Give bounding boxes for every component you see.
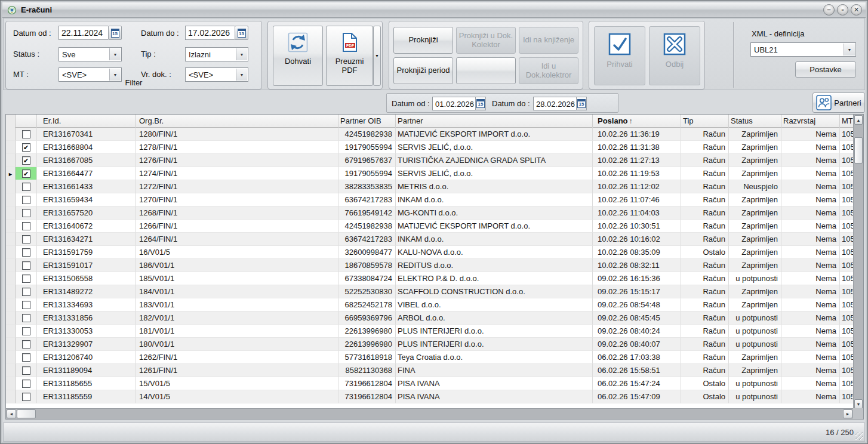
horizontal-scrollbar[interactable]: ◄ ► xyxy=(6,408,853,419)
header-razvrstaj[interactable]: Razvrstaj xyxy=(781,115,840,128)
dropdown-arrow-icon[interactable]: ▼ xyxy=(844,44,855,56)
row-checkbox[interactable]: ✔ xyxy=(22,169,30,178)
row-checkbox[interactable] xyxy=(22,130,30,138)
table-row[interactable]: ER1316575201268/FIN/176619549142MG-KONTI… xyxy=(6,206,853,220)
table-row[interactable]: ER13159175916/V01/532600998477KALU-NOVA … xyxy=(6,246,853,259)
datum-od-value[interactable]: 22.11.2024 xyxy=(59,26,108,40)
period-datum-do-field[interactable]: 28.02.2026 15 xyxy=(533,97,587,110)
xml-definicija-combo[interactable]: UBL21 ▼ xyxy=(750,42,856,57)
table-row[interactable]: ER1316342711264/FIN/163674217283INKAM d.… xyxy=(6,233,853,246)
status-combo[interactable]: Sve ▼ xyxy=(59,47,122,61)
header-checkbox[interactable] xyxy=(16,115,37,128)
horizontal-scrollbar-thumb[interactable] xyxy=(17,409,36,418)
datum-do-value[interactable]: 17.02.2026 xyxy=(185,26,235,40)
maximize-button[interactable]: ▫ xyxy=(837,4,848,16)
header-partner-oib[interactable]: Partner OIB xyxy=(338,115,396,128)
table-row[interactable]: ER1316594341270/FIN/163674217283INKAM d.… xyxy=(6,193,853,206)
scroll-up-icon[interactable]: ▲ xyxy=(854,115,863,125)
row-checkbox[interactable] xyxy=(22,288,30,296)
header-tip[interactable]: Tip xyxy=(681,115,729,128)
row-checkbox[interactable] xyxy=(22,380,30,388)
table-row[interactable]: ER1316406721266/FIN/142451982938MATIJEVI… xyxy=(6,220,853,233)
table-row[interactable]: ER1316703411280/FIN/142451982938MATIJEVI… xyxy=(6,128,853,141)
table-row[interactable]: ER131330053181/V01/122613996980PLUS INTE… xyxy=(6,325,853,338)
row-checkbox[interactable] xyxy=(22,340,30,349)
table-row[interactable]: ER131591017186/V01/118670859578REDITUS d… xyxy=(6,259,853,272)
scroll-right-icon[interactable]: ► xyxy=(843,409,852,418)
cell-tip: Račun xyxy=(681,259,729,272)
period-datum-do-value[interactable]: 28.02.2026 xyxy=(533,97,576,110)
row-checkbox[interactable] xyxy=(22,248,30,257)
table-row[interactable]: ER1311890941261/FIN/185821130368FINA06.0… xyxy=(6,364,853,377)
datum-od-field[interactable]: 22.11.2024 15 xyxy=(59,26,122,40)
datum-do-field[interactable]: 17.02.2026 15 xyxy=(185,26,248,40)
row-checkbox[interactable] xyxy=(22,314,30,322)
row-checkbox[interactable] xyxy=(22,301,30,309)
scrollbar-corner xyxy=(853,408,863,419)
period-panel: Datum od : 01.02.2026 15 Datum do : 28.0… xyxy=(386,93,618,113)
scroll-left-icon[interactable]: ◄ xyxy=(7,409,16,418)
row-checkbox[interactable] xyxy=(22,209,30,217)
dropdown-arrow-icon[interactable]: ▼ xyxy=(236,48,247,60)
period-datum-od-field[interactable]: 01.02.2026 15 xyxy=(432,97,486,110)
period-datum-od-calendar-button[interactable]: 15 xyxy=(475,97,486,110)
datum-do-calendar-button[interactable]: 15 xyxy=(235,26,248,40)
dohvati-button[interactable]: Dohvati xyxy=(273,26,323,86)
minimize-button[interactable]: – xyxy=(823,4,835,16)
cell-orgbr: 184/V01/1 xyxy=(136,285,338,298)
row-checkbox[interactable] xyxy=(22,275,30,283)
proknjizi-button[interactable]: Proknjiži xyxy=(393,27,453,54)
header-mt[interactable]: MT xyxy=(840,115,853,128)
proknjizi-period-button[interactable]: Proknjiži period xyxy=(393,57,453,84)
app-icon xyxy=(7,5,17,15)
row-checkbox[interactable] xyxy=(22,183,30,191)
cell-oib: 42451982938 xyxy=(338,220,396,233)
vertical-scrollbar[interactable]: ▲ ▼ xyxy=(853,115,863,409)
row-checkbox[interactable] xyxy=(22,235,30,243)
row-checkbox[interactable]: ✔ xyxy=(22,156,30,165)
period-datum-do-calendar-button[interactable]: 15 xyxy=(576,97,587,110)
datum-od-calendar-button[interactable]: 15 xyxy=(108,26,122,40)
dropdown-arrow-icon[interactable]: ▼ xyxy=(109,48,121,60)
table-row[interactable]: ER1312067401262/FIN/157731618918Teya Cro… xyxy=(6,351,853,364)
period-datum-od-value[interactable]: 01.02.2026 xyxy=(432,97,475,110)
row-checkbox[interactable] xyxy=(22,222,30,230)
cell-razvrstaj: Nema xyxy=(781,390,840,403)
row-checkbox[interactable] xyxy=(22,366,30,375)
table-row[interactable]: ER13118565515/V01/573196612804PISA IVANA… xyxy=(6,377,853,390)
row-checkbox[interactable] xyxy=(22,327,30,335)
row-checkbox[interactable] xyxy=(22,353,30,362)
preuzmi-pdf-button[interactable]: PDF Preuzmi PDF xyxy=(326,26,373,86)
cell-razvrstaj: Nema xyxy=(781,128,840,141)
preuzmi-pdf-dropdown[interactable]: ▼ xyxy=(373,26,381,86)
table-row[interactable]: ER131331856182/V01/166959369796ARBOL d.o… xyxy=(6,312,853,325)
row-checkbox[interactable] xyxy=(22,393,30,401)
header-erid[interactable]: Er.Id. xyxy=(37,115,136,128)
table-row[interactable]: ER131506558185/V01/167338084724ELEKTRO P… xyxy=(6,272,853,285)
table-row[interactable]: ER131334693183/V01/168252452178VIBEL d.o… xyxy=(6,298,853,312)
table-row[interactable]: ✔ER1316688041278/FIN/119179055994SERVIS … xyxy=(6,141,853,154)
table-row[interactable]: ER13118555914/V01/573196612804PISA IVANA… xyxy=(6,390,853,403)
cell-razvrstaj: Nema xyxy=(781,377,840,390)
row-marker xyxy=(6,193,16,206)
close-button[interactable]: ✕ xyxy=(851,4,862,16)
row-checkbox[interactable] xyxy=(22,196,30,204)
header-orgbr[interactable]: Org.Br. xyxy=(136,115,338,128)
table-row[interactable]: ER131489272184/V01/152252530830SCAFFOLD … xyxy=(6,285,853,298)
table-row[interactable]: ER131329907180/V01/122613996980PLUS INTE… xyxy=(6,338,853,351)
header-poslano[interactable]: Poslano↑ xyxy=(593,115,681,128)
postavke-button[interactable]: Postavke xyxy=(795,61,856,78)
header-status[interactable]: Status xyxy=(729,115,781,128)
table-row[interactable]: ✔ER1316670851276/FIN/167919657637TURISTI… xyxy=(6,154,853,167)
vertical-scrollbar-thumb[interactable] xyxy=(854,137,863,164)
row-checkbox[interactable]: ✔ xyxy=(22,143,30,152)
row-checkbox-cell: ✔ xyxy=(16,154,37,167)
partneri-button[interactable]: Partneri xyxy=(812,92,865,113)
table-row[interactable]: ►✔ER1316644771274/FIN/119179055994SERVIS… xyxy=(6,167,853,180)
row-checkbox[interactable] xyxy=(22,261,30,270)
scroll-down-icon[interactable]: ▼ xyxy=(854,399,863,409)
resize-grip-icon[interactable] xyxy=(855,432,863,440)
header-partner[interactable]: Partner xyxy=(396,115,593,128)
table-row[interactable]: ER1316614331272/FIN/138283353835METRIS d… xyxy=(6,180,853,193)
tip-combo[interactable]: Izlazni ▼ xyxy=(185,47,248,61)
